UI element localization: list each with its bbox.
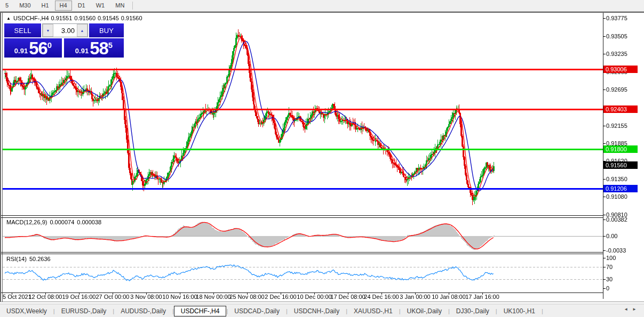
- volume-input[interactable]: [53, 24, 77, 37]
- time-axis-label: 10 Dec 00:00: [297, 294, 331, 300]
- chart-tab-usdcad-daily[interactable]: USDCAD-,Daily: [228, 306, 286, 316]
- time-axis-label: 19 Oct 16:00: [62, 294, 96, 300]
- tab-divider: |: [542, 308, 543, 314]
- chart-tab-ukoil-daily[interactable]: UKOil-,Daily: [401, 306, 448, 316]
- time-axis-label: 5 Oct 2021: [3, 294, 31, 300]
- price-axis-tick: 0.91080: [606, 193, 627, 200]
- time-axis-label: 18 Nov 00:00: [196, 294, 230, 300]
- price-level-badge: 0.91800: [603, 145, 638, 153]
- chart-tab-bar: USDX,Weekly|EURUSD-,Daily|AUDUSD-,Daily|…: [0, 304, 644, 317]
- volume-spinner: ▼ ▲: [42, 23, 88, 37]
- time-axis-label: 10 Jan 08:00: [432, 294, 466, 300]
- ohlc-close: 0.91560: [121, 15, 142, 21]
- price-level-badge: 0.93006: [603, 66, 638, 73]
- macd-axis-tick: 0.00: [606, 233, 617, 239]
- chart-tab-audusd-daily[interactable]: AUDUSD-,Daily: [114, 306, 172, 316]
- tab-scroll-arrows[interactable]: ◄►: [624, 307, 641, 312]
- chart-tab-dj30-daily[interactable]: DJ30-,Daily: [450, 306, 496, 316]
- rsi-axis-tick: 0: [606, 285, 609, 291]
- chart-tab-usdcnh-daily[interactable]: USDCNH-,Daily: [288, 306, 346, 316]
- rsi-axis-tick: 100: [606, 255, 616, 261]
- rsi-indicator-label: RSI(14)50.2636: [6, 256, 53, 262]
- price-level-badge: 0.92403: [603, 105, 638, 113]
- chart-tab-xauusd-h1[interactable]: XAUUSD-,H1: [347, 306, 399, 316]
- chart-tab-uk100-h1[interactable]: UK100-,H1: [497, 306, 542, 316]
- chart-tab-usdchf-h4[interactable]: USDCHF-,H4: [174, 306, 227, 316]
- buy-price-sup: 5: [108, 42, 113, 49]
- macd-value-signal: 0.000038: [77, 219, 101, 225]
- sell-price-sup: 0: [47, 42, 52, 49]
- ohlc-open: 0.91551: [51, 15, 73, 21]
- tab-scroll-left-icon[interactable]: ◄: [624, 307, 632, 312]
- one-click-trading-panel: SELL ▼ ▲ BUY 0.91 56 0 0.91 58 5: [4, 23, 124, 58]
- sell-button[interactable]: SELL: [4, 23, 41, 38]
- time-axis-label: 17 Jan 16:00: [465, 294, 499, 300]
- rsi-axis-tick: 70: [606, 264, 613, 270]
- time-axis-label: 12 Oct 08:00: [29, 294, 62, 300]
- current-price-badge: 0.91560: [603, 161, 638, 169]
- rsi-name: RSI(14): [6, 256, 27, 262]
- mt4-terminal: 5M30H1H4D1W1MN ▲USDCHF-,H40.915510.91560…: [0, 0, 644, 317]
- price-axis-tick: 0.92155: [606, 123, 627, 129]
- sell-price-prefix: 0.91: [14, 46, 28, 56]
- price-axis-tick: 0.92695: [606, 86, 627, 93]
- sell-price-big: 56: [29, 40, 47, 56]
- macd-value-main: 0.000074: [50, 219, 74, 225]
- time-axis-label: 25 Nov 08:00: [229, 294, 264, 300]
- rsi-axis-tick: 30: [606, 276, 613, 282]
- price-axis-tick: 0.93775: [606, 15, 627, 21]
- chart-tab-eurusd-daily[interactable]: EURUSD-,Daily: [55, 306, 113, 316]
- sell-price-button[interactable]: 0.91 56 0: [4, 38, 62, 58]
- rsi-value: 50.2636: [29, 256, 51, 262]
- volume-increase-icon[interactable]: ▲: [77, 24, 88, 37]
- chart-title: ▲USDCHF-,H40.915510.915600.915450.91560: [6, 15, 145, 21]
- chart-symbol: USDCHF-,H4: [13, 15, 49, 21]
- price-axis-tick: 0.91350: [606, 176, 627, 182]
- time-axis-label: 10 Nov 16:00: [162, 294, 197, 300]
- macd-name: MACD(12,26,9): [6, 219, 47, 225]
- time-axis-label: 24 Dec 16:00: [364, 294, 399, 300]
- buy-price-big: 58: [90, 40, 108, 56]
- price-axis-tick: 0.93235: [606, 51, 627, 57]
- ohlc-high: 0.91560: [74, 15, 96, 21]
- ohlc-low: 0.91545: [98, 15, 119, 21]
- collapse-triangle-icon[interactable]: ▲: [6, 16, 11, 21]
- chart-tab-usdx-weekly[interactable]: USDX,Weekly: [0, 306, 53, 316]
- time-axis-label: 27 Oct 00:00: [96, 294, 130, 300]
- price-axis-tick: 0.93505: [606, 33, 627, 39]
- macd-indicator-label: MACD(12,26,9)0.0000740.000038: [6, 219, 104, 225]
- tab-scroll-right-icon[interactable]: ►: [632, 307, 641, 312]
- buy-button[interactable]: BUY: [89, 23, 124, 38]
- time-axis-label: 17 Dec 08:00: [330, 294, 365, 300]
- macd-axis-tick: 0.00382: [606, 216, 627, 223]
- volume-decrease-icon[interactable]: ▼: [43, 24, 53, 37]
- price-level-badge: 0.91206: [603, 185, 638, 192]
- time-axis-label: 3 Nov 08:00: [130, 294, 162, 300]
- macd-axis-tick: -0.0033: [606, 247, 626, 254]
- time-axis-label: 3 Jan 00:00: [400, 294, 431, 300]
- time-axis-label: 2 Dec 16:00: [265, 294, 296, 300]
- buy-price-button[interactable]: 0.91 58 5: [64, 38, 124, 58]
- buy-price-prefix: 0.91: [75, 46, 89, 56]
